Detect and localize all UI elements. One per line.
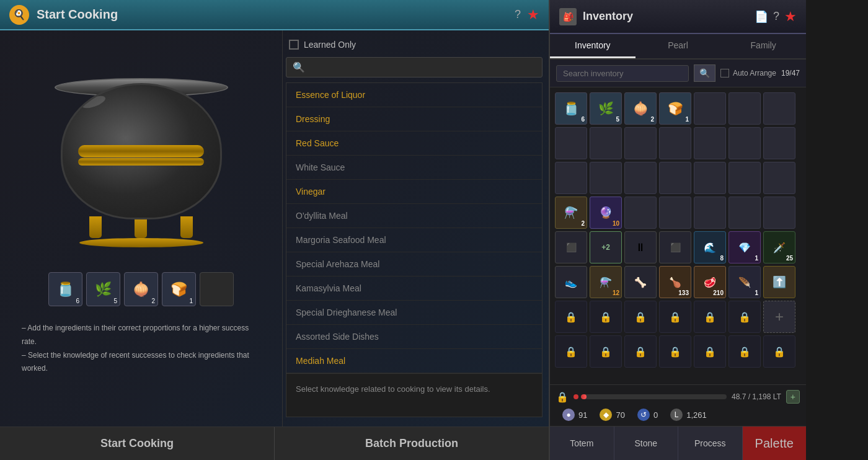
auto-arrange-checkbox[interactable] bbox=[720, 69, 729, 77]
recipe-list[interactable]: Essence of Liquor Dressing Red Sauce Whi… bbox=[286, 82, 542, 374]
inv-slot[interactable] bbox=[590, 162, 622, 194]
lock-icon: 🔒 bbox=[600, 346, 612, 358]
list-item[interactable]: Special Arehaza Meal bbox=[286, 252, 542, 276]
inv-slot[interactable]: ⚗️ 12 bbox=[590, 266, 622, 298]
inventory-row-2 bbox=[555, 127, 801, 159]
tab-pearl[interactable]: Pearl bbox=[636, 34, 721, 58]
inv-slot[interactable] bbox=[590, 127, 622, 159]
inventory-search-row: 🔍 Auto Arrange 19/47 bbox=[550, 60, 806, 87]
inv-slot[interactable] bbox=[728, 127, 761, 159]
inv-slot[interactable]: 🥩 210 bbox=[694, 266, 726, 298]
inv-slot[interactable]: ⬛ bbox=[555, 231, 587, 263]
help-button[interactable]: ? bbox=[515, 8, 521, 21]
inv-slot[interactable]: 🌿 5 bbox=[590, 92, 622, 125]
inv-slot[interactable] bbox=[624, 127, 657, 159]
ingredient-slot-4[interactable]: 🍞 1 bbox=[162, 272, 196, 306]
inv-slot[interactable] bbox=[763, 197, 795, 229]
inventory-help-button[interactable]: ? bbox=[773, 10, 779, 23]
inv-slot[interactable]: ⬛ bbox=[659, 231, 691, 263]
add-slot-button[interactable]: + bbox=[763, 301, 795, 333]
inv-slot[interactable] bbox=[555, 127, 587, 159]
learned-only-checkbox[interactable] bbox=[289, 40, 299, 50]
inv-slot[interactable]: 🌊 8 bbox=[694, 231, 726, 263]
tab-inventory[interactable]: Inventory bbox=[550, 34, 636, 58]
list-item[interactable]: Kamasylvia Meal bbox=[286, 276, 542, 301]
inv-slot[interactable] bbox=[763, 92, 795, 125]
process-button[interactable]: Process bbox=[678, 427, 743, 460]
list-item[interactable]: Essence of Liquor bbox=[286, 83, 542, 107]
inventory-row-3 bbox=[555, 162, 801, 194]
inv-slot[interactable] bbox=[763, 162, 795, 194]
inv-slot[interactable] bbox=[728, 92, 761, 125]
inv-slot-locked: 🔒 bbox=[659, 301, 691, 333]
search-bar[interactable]: 🔍 bbox=[286, 57, 542, 77]
inv-slot[interactable] bbox=[728, 162, 761, 194]
inventory-favorite-button[interactable]: ★ bbox=[784, 9, 797, 25]
batch-production-button[interactable]: Batch Production bbox=[275, 427, 549, 460]
inv-slot[interactable] bbox=[763, 127, 795, 159]
list-item[interactable]: Margoria Seafood Meal bbox=[286, 228, 542, 252]
inv-slot[interactable] bbox=[624, 162, 657, 194]
inv-slot[interactable]: 🍞 1 bbox=[659, 92, 691, 125]
list-item[interactable]: Vinegar bbox=[286, 180, 542, 204]
stone-button[interactable]: Stone bbox=[614, 427, 679, 460]
inv-slot[interactable]: +2 bbox=[590, 231, 622, 263]
favorite-button[interactable]: ★ bbox=[527, 7, 539, 23]
inv-slot-locked: 🔒 bbox=[728, 301, 761, 333]
inv-slot-locked: 🔒 bbox=[659, 335, 691, 368]
inv-slot[interactable] bbox=[694, 92, 726, 125]
list-item[interactable]: Red Sauce bbox=[286, 131, 542, 156]
inventory-search-input[interactable] bbox=[556, 65, 689, 82]
list-item[interactable]: Mediah Meal bbox=[286, 349, 542, 373]
ingredient-icon-3: 🧅 bbox=[133, 283, 149, 296]
inv-slot[interactable] bbox=[694, 162, 726, 194]
inv-slot[interactable]: 🧅 2 bbox=[624, 92, 657, 125]
list-item[interactable]: O'dyllita Meal bbox=[286, 204, 542, 228]
inventory-row-4: ⚗️ 2 🔮 10 bbox=[555, 197, 801, 229]
inv-slot[interactable] bbox=[694, 197, 726, 229]
list-item[interactable]: White Sauce bbox=[286, 156, 542, 180]
inv-slot[interactable]: 👟 bbox=[555, 266, 587, 298]
inv-slot[interactable]: ⚗️ 2 bbox=[555, 197, 587, 229]
palette-button[interactable]: Palette bbox=[743, 427, 807, 460]
recipe-search-input[interactable] bbox=[310, 63, 536, 73]
ingredient-slot-3[interactable]: 🧅 2 bbox=[124, 272, 158, 306]
inv-slot[interactable]: 🪶 1 bbox=[728, 266, 761, 298]
list-item[interactable]: Special Drieghanese Meal bbox=[286, 301, 542, 325]
weight-add-button[interactable]: + bbox=[786, 390, 800, 404]
inv-slot[interactable] bbox=[624, 197, 657, 229]
inv-slot[interactable]: 🗡️ 25 bbox=[763, 231, 795, 263]
inv-slot[interactable]: ⬆️ bbox=[763, 266, 795, 298]
inv-slot[interactable] bbox=[659, 127, 691, 159]
list-item[interactable]: Assorted Side Dishes bbox=[286, 325, 542, 349]
inventory-footer: Totem Stone Process Palette bbox=[550, 426, 806, 460]
ingredient-count-3: 2 bbox=[151, 298, 155, 304]
inv-slot[interactable]: 🔮 10 bbox=[590, 197, 622, 229]
inv-slot[interactable] bbox=[659, 197, 691, 229]
totem-button[interactable]: Totem bbox=[550, 427, 614, 460]
inventory-search-button[interactable]: 🔍 bbox=[694, 64, 715, 82]
gold-icon: ◆ bbox=[600, 409, 612, 421]
inv-slot[interactable] bbox=[555, 162, 587, 194]
inv-slot[interactable] bbox=[659, 162, 691, 194]
lock-icon: 🔒 bbox=[634, 311, 647, 323]
start-cooking-button[interactable]: Start Cooking bbox=[0, 427, 275, 460]
inv-slot[interactable] bbox=[728, 197, 761, 229]
cauldron-leg-3 bbox=[180, 216, 193, 238]
inv-slot[interactable] bbox=[694, 127, 726, 159]
l-icon: L bbox=[670, 409, 683, 421]
blue-icon: ↺ bbox=[637, 409, 650, 421]
inv-slot[interactable]: 🦴 bbox=[624, 266, 657, 298]
ingredient-slot-5[interactable] bbox=[200, 272, 234, 306]
inv-slot[interactable]: 🍗 133 bbox=[659, 266, 691, 298]
ingredient-slot-2[interactable]: 🌿 5 bbox=[86, 272, 120, 306]
tab-family[interactable]: Family bbox=[720, 34, 806, 58]
inv-slot[interactable]: ⏸ bbox=[624, 231, 657, 263]
inv-slot[interactable]: 💎 1 bbox=[728, 231, 761, 263]
cauldron-leg-1 bbox=[89, 216, 102, 238]
inv-slot[interactable]: 🫙 6 bbox=[555, 92, 587, 125]
ingredient-slot-1[interactable]: 🫙 6 bbox=[48, 272, 82, 306]
l-value: 1,261 bbox=[686, 410, 707, 420]
inventory-page-button[interactable]: 📄 bbox=[755, 10, 768, 24]
list-item[interactable]: Dressing bbox=[286, 107, 542, 131]
